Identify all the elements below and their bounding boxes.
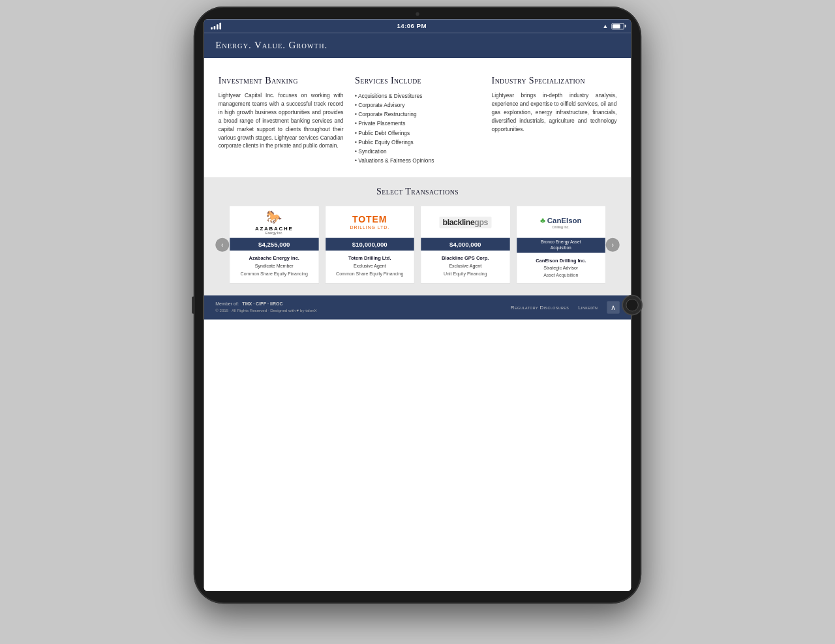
footer-right: Regulatory Disclosures LinkedIn ∧	[511, 301, 620, 313]
signal-bar-2	[214, 25, 216, 29]
blackline-card-body: Blackline GPS Corp. Exclusive Agent Unit…	[421, 251, 509, 281]
service-item-3: Corporate Restructuring	[355, 110, 480, 119]
canelson-top: ♣ CanElson	[540, 215, 581, 224]
transactions-heading: Select Transactions	[215, 186, 620, 196]
transactions-cards: 🐎 Azabache Energy Inc. $4,255,000 Azabac…	[229, 206, 605, 284]
trans-card-blackline: blacklinegps $4,000,000 Blackline GPS Co…	[420, 206, 510, 284]
status-bar-right: ▲	[602, 23, 624, 29]
canelson-sub: Drilling Inc.	[553, 224, 569, 228]
totem-sub: DRILLING LTD.	[350, 224, 389, 230]
scroll-top-button[interactable]: ∧	[607, 301, 619, 313]
blackline-role: Exclusive Agent	[425, 263, 506, 269]
canelson-desc: Asset Acquisition	[520, 273, 601, 279]
totem-company: Totem Drilling Ltd.	[329, 255, 410, 262]
canelson-badge-line2: Acquisition	[519, 245, 602, 251]
nav-prev-button[interactable]: ‹	[215, 238, 229, 251]
service-item-8: Valuations & Fairness Opinions	[355, 156, 480, 165]
canelson-badge: Bronco Energy Asset Acquisition	[517, 238, 605, 252]
service-item-1: Acquisitions & Divestitures	[355, 91, 480, 100]
service-item-5: Public Debt Offerings	[355, 129, 480, 138]
canelson-company: CanElson Drilling Inc.	[520, 257, 601, 264]
footer-left: Member of: TMX · CIPF · IIROC © 2015 · A…	[215, 301, 316, 313]
trans-card-canelson: ♣ CanElson Drilling Inc. Bronco Energy A…	[516, 206, 606, 284]
service-item-2: Corporate Advisory	[355, 100, 480, 110]
azabache-company: Azabache Energy Inc.	[234, 255, 315, 262]
tablet-device: 14:06 PM ▲ Energy. Value. Growth. Invest…	[194, 7, 641, 604]
logo-totem: TOTEM DRILLING LTD.	[350, 214, 389, 229]
signal-bar-1	[211, 27, 213, 29]
services-heading: Services Include	[355, 75, 480, 85]
three-col-section: Investment Banking Lightyear Capital Inc…	[204, 58, 631, 177]
transactions-row: ‹ 🐎 Azabache Energy Inc. $4,	[215, 206, 620, 284]
status-time: 14:06 PM	[397, 22, 426, 29]
canelson-text: CanElson	[547, 216, 582, 224]
nav-next-button[interactable]: ›	[606, 238, 620, 251]
canelson-clover-icon: ♣	[540, 215, 545, 224]
service-item-7: Syndication	[355, 147, 480, 156]
main-content[interactable]: Investment Banking Lightyear Capital Inc…	[204, 58, 631, 591]
logo-blackline: blacklinegps	[439, 216, 491, 228]
horse-icon: 🐎	[266, 209, 282, 224]
blackline-desc: Unit Equity Financing	[425, 271, 506, 277]
signal-bars	[211, 22, 221, 29]
footer: Member of: TMX · CIPF · IIROC © 2015 · A…	[204, 296, 631, 320]
battery-icon	[611, 23, 624, 29]
totem-card-body: Totem Drilling Ltd. Exclusive Agent Comm…	[326, 251, 414, 281]
logo-area-canelson: ♣ CanElson Drilling Inc.	[517, 206, 605, 238]
investment-banking-body: Lightyear Capital Inc. focuses on workin…	[219, 91, 344, 151]
footer-copyright: © 2015 · All Rights Reserved · Designed …	[215, 309, 316, 313]
logo-area-azabache: 🐎 Azabache Energy Inc.	[230, 206, 318, 238]
canelson-card-body: CanElson Drilling Inc. Strategic Advisor…	[517, 253, 605, 283]
azabache-amount: $4,255,000	[230, 238, 318, 250]
totem-desc: Common Share Equity Financing	[329, 271, 410, 277]
header-tagline: Energy. Value. Growth.	[215, 40, 620, 52]
azabache-text: Azabache	[255, 225, 294, 231]
signal-bar-4	[219, 22, 221, 29]
canelson-badge-line1: Bronco Energy Asset	[519, 239, 602, 245]
linkedin-link[interactable]: LinkedIn	[578, 305, 598, 311]
services-list: Acquisitions & Divestitures Corporate Ad…	[355, 91, 480, 166]
wifi-icon: ▲	[602, 23, 608, 29]
col-services: Services Include Acquisitions & Divestit…	[355, 75, 480, 165]
service-item-6: Public Equity Offerings	[355, 138, 480, 147]
col-investment: Investment Banking Lightyear Capital Inc…	[219, 75, 344, 165]
signal-bar-3	[217, 24, 219, 29]
totem-amount: $10,000,000	[326, 238, 414, 250]
totem-role: Exclusive Agent	[329, 263, 410, 269]
azabache-role: Syndicate Member	[234, 263, 315, 269]
trans-card-azabache: 🐎 Azabache Energy Inc. $4,255,000 Azabac…	[229, 206, 319, 284]
canelson-role: Strategic Advisor	[520, 265, 601, 271]
trans-card-totem: TOTEM DRILLING LTD. $10,000,000 Totem Dr…	[325, 206, 415, 284]
col-industry: Industry Specialization Lightyear brings…	[492, 75, 617, 165]
home-button[interactable]	[622, 294, 643, 315]
industry-body: Lightyear brings in-depth industry analy…	[492, 91, 617, 134]
azabache-card-body: Azabache Energy Inc. Syndicate Member Co…	[230, 251, 318, 281]
header-bar: Energy. Value. Growth.	[204, 33, 631, 58]
battery-fill	[613, 23, 620, 27]
investment-banking-heading: Investment Banking	[219, 75, 344, 85]
totem-text: TOTEM	[352, 214, 387, 224]
logo-area-blackline: blacklinegps	[421, 206, 509, 238]
tablet-screen: 14:06 PM ▲ Energy. Value. Growth. Invest…	[204, 19, 631, 590]
side-button[interactable]	[192, 296, 194, 313]
battery-tip	[625, 24, 626, 27]
status-bar-left	[211, 22, 221, 29]
blackline-amount: $4,000,000	[421, 238, 509, 250]
camera-dot	[416, 12, 419, 15]
azabache-sub: Energy Inc.	[266, 231, 283, 234]
azabache-desc: Common Share Equity Financing	[234, 271, 315, 277]
logo-canelson: ♣ CanElson Drilling Inc.	[540, 215, 581, 228]
blackline-company: Blackline GPS Corp.	[425, 255, 506, 262]
service-item-4: Private Placements	[355, 119, 480, 128]
select-transactions-section: Select Transactions ‹ 🐎 Azabache Energy …	[204, 177, 631, 296]
industry-heading: Industry Specialization	[492, 75, 617, 85]
regulatory-disclosures-link[interactable]: Regulatory Disclosures	[511, 305, 569, 311]
footer-member-label: Member of: TMX · CIPF · IIROC	[215, 301, 316, 306]
logo-area-totem: TOTEM DRILLING LTD.	[326, 206, 414, 238]
logo-azabache: 🐎 Azabache Energy Inc.	[255, 209, 294, 235]
status-bar: 14:06 PM ▲	[204, 19, 631, 33]
